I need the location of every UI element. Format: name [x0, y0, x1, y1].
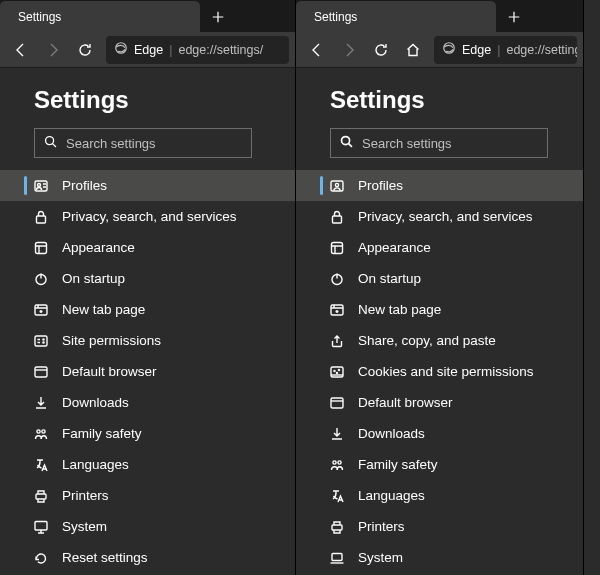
nav-item-family-safety[interactable]: Family safety	[296, 449, 583, 480]
lock-icon	[328, 208, 346, 226]
nav-item-label: Reset settings	[62, 550, 148, 565]
address-bar[interactable]: Edge | edge://settings	[434, 36, 577, 64]
refresh-button[interactable]	[70, 35, 100, 65]
browser-window-sliver	[584, 0, 600, 575]
page-title: Settings	[0, 86, 295, 114]
nav-item-label: System	[358, 550, 403, 565]
browser-icon	[328, 394, 346, 412]
nav-item-system[interactable]: System	[296, 542, 583, 573]
address-brand: Edge	[134, 43, 163, 57]
nav-item-share-copy-and-paste[interactable]: Share, copy, and paste	[296, 325, 583, 356]
nav-item-privacy-search-and-services[interactable]: Privacy, search, and services	[0, 201, 295, 232]
browser-window-left: Settings Edge | edge://settings/ Setting…	[0, 0, 296, 575]
nav-item-appearance[interactable]: Appearance	[296, 232, 583, 263]
share-icon	[328, 332, 346, 350]
nav-item-languages[interactable]: Languages	[0, 449, 295, 480]
printer-icon	[328, 518, 346, 536]
nav-item-privacy-search-and-services[interactable]: Privacy, search, and services	[296, 201, 583, 232]
tab-title: Settings	[314, 10, 480, 24]
toolbar: Edge | edge://settings	[296, 32, 583, 68]
permissions-icon	[32, 332, 50, 350]
home-button[interactable]	[398, 35, 428, 65]
nav-item-downloads[interactable]: Downloads	[296, 418, 583, 449]
new-tab-button[interactable]	[204, 3, 232, 31]
search-input[interactable]	[362, 136, 539, 151]
reset-icon	[32, 549, 50, 567]
nav-item-label: Privacy, search, and services	[62, 209, 237, 224]
tab-settings[interactable]: Settings	[0, 1, 200, 32]
nav-item-label: Downloads	[358, 426, 425, 441]
refresh-button[interactable]	[366, 35, 396, 65]
nav-item-label: On startup	[358, 271, 421, 286]
nav-item-cookies-and-site-permissions[interactable]: Cookies and site permissions	[296, 356, 583, 387]
search-settings[interactable]	[34, 128, 252, 158]
nav-item-profiles[interactable]: Profiles	[0, 170, 295, 201]
nav-item-label: System	[62, 519, 107, 534]
settings-nav: ProfilesPrivacy, search, and servicesApp…	[0, 170, 295, 575]
browser-icon	[32, 363, 50, 381]
edge-icon	[442, 41, 456, 58]
page-title: Settings	[296, 86, 583, 114]
search-icon	[339, 134, 354, 152]
nav-item-on-startup[interactable]: On startup	[296, 263, 583, 294]
browser-window-right: Settings Edge | edge://settings Settings…	[296, 0, 584, 575]
nav-item-default-browser[interactable]: Default browser	[0, 356, 295, 387]
nav-item-reset-settings[interactable]: Reset settings	[0, 542, 295, 573]
nav-item-label: Appearance	[358, 240, 431, 255]
address-url: edge://settings/	[178, 43, 263, 57]
search-input[interactable]	[66, 136, 243, 151]
address-url: edge://settings	[506, 43, 577, 57]
nav-item-label: Site permissions	[62, 333, 161, 348]
nav-item-system[interactable]: System	[0, 511, 295, 542]
family-icon	[32, 425, 50, 443]
nav-item-label: Downloads	[62, 395, 129, 410]
address-separator: |	[497, 43, 500, 57]
nav-item-label: New tab page	[62, 302, 145, 317]
newtab-icon	[32, 301, 50, 319]
nav-item-label: Profiles	[358, 178, 403, 193]
nav-item-printers[interactable]: Printers	[0, 480, 295, 511]
nav-item-downloads[interactable]: Downloads	[0, 387, 295, 418]
tab-bar: Settings	[296, 0, 583, 32]
nav-item-profiles[interactable]: Profiles	[296, 170, 583, 201]
nav-item-label: Default browser	[358, 395, 453, 410]
nav-item-label: On startup	[62, 271, 125, 286]
system-icon	[32, 518, 50, 536]
page-content: Settings ProfilesPrivacy, search, and se…	[296, 68, 583, 575]
nav-item-new-tab-page[interactable]: New tab page	[0, 294, 295, 325]
nav-item-new-tab-page[interactable]: New tab page	[296, 294, 583, 325]
back-button[interactable]	[6, 35, 36, 65]
download-icon	[328, 425, 346, 443]
tab-bar: Settings	[0, 0, 295, 32]
nav-item-default-browser[interactable]: Default browser	[296, 387, 583, 418]
forward-button[interactable]	[38, 35, 68, 65]
power-icon	[32, 270, 50, 288]
tab-title: Settings	[18, 10, 184, 24]
nav-item-label: Default browser	[62, 364, 157, 379]
nav-item-label: New tab page	[358, 302, 441, 317]
lock-icon	[32, 208, 50, 226]
power-icon	[328, 270, 346, 288]
tab-settings[interactable]: Settings	[296, 1, 496, 32]
nav-item-on-startup[interactable]: On startup	[0, 263, 295, 294]
nav-item-label: Share, copy, and paste	[358, 333, 496, 348]
address-separator: |	[169, 43, 172, 57]
address-bar[interactable]: Edge | edge://settings/	[106, 36, 289, 64]
nav-item-family-safety[interactable]: Family safety	[0, 418, 295, 449]
printer-icon	[32, 487, 50, 505]
system-laptop-icon	[328, 549, 346, 567]
nav-item-printers[interactable]: Printers	[296, 511, 583, 542]
new-tab-button[interactable]	[500, 3, 528, 31]
settings-nav: ProfilesPrivacy, search, and servicesApp…	[296, 170, 583, 575]
search-settings[interactable]	[330, 128, 548, 158]
nav-item-label: Family safety	[62, 426, 142, 441]
nav-item-site-permissions[interactable]: Site permissions	[0, 325, 295, 356]
nav-item-languages[interactable]: Languages	[296, 480, 583, 511]
back-button[interactable]	[302, 35, 332, 65]
nav-item-appearance[interactable]: Appearance	[0, 232, 295, 263]
profile-card-icon	[32, 177, 50, 195]
language-icon	[32, 456, 50, 474]
download-icon	[32, 394, 50, 412]
nav-item-label: Printers	[62, 488, 109, 503]
forward-button[interactable]	[334, 35, 364, 65]
